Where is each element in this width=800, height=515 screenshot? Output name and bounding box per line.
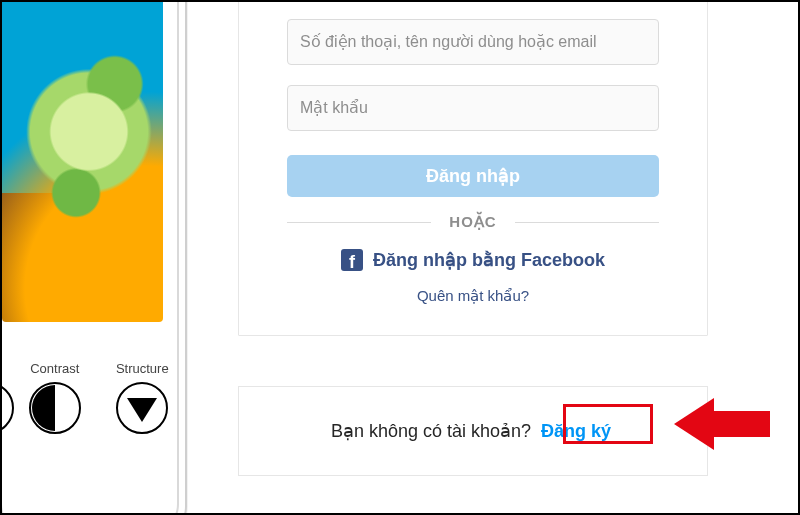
facebook-icon: f: [341, 249, 363, 271]
annotation-arrow-body: [714, 411, 770, 437]
password-input[interactable]: [287, 85, 659, 131]
username-input[interactable]: [287, 19, 659, 65]
screenshot-frame: ss Contrast Structure Đăng nhập: [0, 0, 800, 515]
edit-tool-label: Structure: [108, 361, 178, 376]
annotation-arrow-icon: [674, 398, 714, 450]
login-button[interactable]: Đăng nhập: [287, 155, 659, 197]
forgot-password-link[interactable]: Quên mật khẩu?: [287, 287, 659, 305]
edit-tool-contrast[interactable]: Contrast: [20, 361, 90, 434]
facebook-login-label: Đăng nhập bằng Facebook: [373, 249, 605, 271]
edit-tool-structure[interactable]: Structure: [108, 361, 178, 434]
signup-card: Bạn không có tài khoản? Đăng ký: [238, 386, 708, 476]
contrast-icon: [29, 382, 81, 434]
login-card: Đăng nhập HOẶC f Đăng nhập bằng Facebook…: [238, 0, 708, 336]
phone-mock: ss Contrast Structure: [0, 0, 187, 515]
tool-icon-circle: [0, 382, 14, 434]
signup-prompt: Bạn không có tài khoản?: [331, 420, 531, 442]
edit-tool-label: Contrast: [20, 361, 90, 376]
edit-tool-partial[interactable]: ss: [0, 361, 2, 434]
photo-preview: [2, 0, 163, 322]
phone-screen: ss Contrast Structure: [0, 0, 179, 515]
edit-toolbar: ss Contrast Structure: [2, 342, 177, 452]
divider-line: [287, 222, 431, 223]
facebook-login-button[interactable]: f Đăng nhập bằng Facebook: [287, 249, 659, 271]
structure-icon: [116, 382, 168, 434]
or-label: HOẶC: [449, 213, 496, 231]
or-divider: HOẶC: [287, 213, 659, 231]
edit-tool-label: ss: [0, 361, 2, 376]
signup-link[interactable]: Đăng ký: [537, 419, 615, 444]
divider-line: [515, 222, 659, 223]
